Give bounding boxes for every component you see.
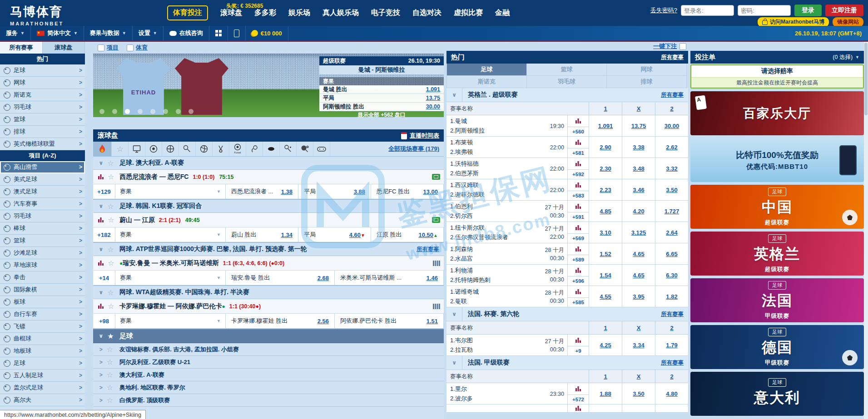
sidebar-item-bowls[interactable]: 草地滚球> [0, 259, 85, 271]
mobile-button[interactable] [228, 26, 246, 40]
odds-link[interactable]: 13.75 [426, 95, 440, 101]
league-section-header[interactable]: ∨ 法国. 甲级联赛 所有赛事 [446, 356, 688, 370]
star-icon[interactable]: ☆ [107, 396, 113, 404]
odds-x[interactable]: 3.38 [622, 137, 655, 158]
odds-2[interactable]: 3.32 [655, 158, 688, 179]
more-markets-link[interactable]: +592 [568, 169, 589, 179]
sidebar-item-basketball-az[interactable]: 篮球> [0, 235, 85, 247]
live-match-row[interactable]: ☆ ● 瑞安.鲁曼 — 米奥米.可斯马诺维斯 1:1 (6:3, 4:6, 6:… [93, 256, 444, 271]
stats-icon[interactable] [568, 137, 589, 148]
sidebar-item-alpine-skiing[interactable]: 高山滑雪> [0, 161, 85, 173]
sidebar-item-chess[interactable]: 国际象棋> [0, 284, 85, 296]
chevron-down-icon[interactable]: ▼ [855, 55, 859, 59]
sidebar-item-golf[interactable]: 高尔夫> [0, 394, 85, 406]
stats-icon[interactable] [98, 173, 104, 181]
all-live-events-link[interactable]: 全部现场赛事 (179) [388, 145, 439, 153]
outcome-cell[interactable]: 平局4.60▼ [298, 227, 371, 242]
stats-icon[interactable] [568, 115, 589, 127]
service-menu[interactable]: 服务▼ [0, 26, 31, 40]
odds-2[interactable]: 30.00 [655, 115, 688, 136]
odds-link[interactable]: 30.00 [426, 104, 440, 110]
tv-filter[interactable] [129, 142, 145, 156]
collapse-icon[interactable]: ∨ [452, 92, 456, 98]
star-icon[interactable]: ☆ [107, 345, 113, 354]
outcome-cell[interactable]: 米奥米.可斯马诺维斯 ...1.46 [335, 271, 444, 285]
odds-x[interactable]: 3.34 [622, 335, 655, 355]
league-section-header[interactable]: ∨ 英格兰 . 超级联赛 所有赛事 [446, 88, 688, 102]
sidebar-item-darts[interactable]: 飞镖> [0, 320, 85, 333]
carousel-dot[interactable] [112, 109, 117, 114]
projects-filter[interactable]: 项目 [98, 44, 119, 52]
star-icon[interactable]: ☆ [107, 202, 114, 211]
outcome-cell[interactable]: 卡罗琳娜.穆霍娃 胜出2.56 [226, 314, 335, 328]
collapse-icon[interactable]: ∨ [452, 360, 456, 366]
stats-icon[interactable] [568, 222, 589, 233]
col-x[interactable]: X [622, 321, 655, 334]
sidebar-item-football[interactable]: 足球> [0, 64, 85, 77]
stats-icon[interactable] [98, 259, 104, 267]
promo-bitcoin[interactable]: 比特币100%充值奖励 优惠代码:MBBT10 [690, 138, 864, 182]
odds-link[interactable]: 1.51 [427, 318, 438, 325]
nav-esports[interactable]: 电子竞技 [371, 8, 400, 18]
live-video-icon[interactable] [432, 217, 440, 223]
stats-icon[interactable] [568, 404, 589, 412]
col-1[interactable]: 1 [589, 102, 622, 115]
col-1[interactable]: 1 [589, 321, 622, 334]
nav-custom-bets[interactable]: 自选对决 [412, 8, 441, 18]
odds-1[interactable]: 3.10 [589, 222, 622, 243]
odds-x[interactable]: 3.46 [622, 179, 655, 200]
sidebar-item-volleyball[interactable]: 排球> [0, 126, 85, 138]
outcome-cell[interactable]: 瑞安.鲁曼 胜出2.68 [226, 271, 335, 285]
sidebar-item-cricket[interactable]: 板球> [0, 296, 85, 308]
odds-link[interactable]: 1.46 [427, 275, 438, 281]
sidebar-item-futsal[interactable]: 五人制足球> [0, 370, 85, 382]
star-icon[interactable]: ☆ [107, 159, 114, 168]
odds-2[interactable]: 3.50 [655, 179, 688, 200]
live-match-row[interactable]: ☆ 蔚山 — 江原 2:1 (2:1) 49:45 [93, 213, 444, 227]
outcome-cell[interactable]: 蔚山 胜出1.34 [226, 227, 298, 242]
sidebar-item-aussie-rules[interactable]: 澳式足球> [0, 186, 85, 198]
tab-football[interactable]: 足球 [447, 64, 527, 76]
nav-lottery[interactable]: 多多彩 [254, 8, 276, 18]
odds-1[interactable]: 1.52 [589, 243, 622, 264]
star-filled-icon[interactable]: ★ [107, 332, 114, 340]
odds-2[interactable]: 1.82 [655, 286, 688, 307]
odds-2[interactable]: 4.80 [655, 383, 688, 404]
odds-1[interactable]: 1.54 [589, 265, 622, 286]
all-events-link[interactable]: 所有赛事 [661, 91, 688, 99]
live-match-row[interactable]: ☆ 卡罗琳娜.穆霍娃 — 阿依娜.萨巴伦卡 ● 1:1 (30:40●) [93, 299, 444, 314]
star-icon[interactable]: ☆ [108, 259, 114, 267]
odds-link[interactable]: 2.56 [317, 318, 329, 325]
tab-basketball[interactable]: 篮球 [527, 64, 607, 76]
checkbox[interactable] [127, 44, 134, 51]
stats-icon[interactable] [98, 216, 104, 224]
odds-link[interactable]: 4.60 [349, 232, 361, 238]
collapse-icon[interactable]: ∨ [99, 289, 103, 296]
more-markets-link[interactable]: +581 [568, 148, 589, 158]
more-markets-link[interactable]: +591 [568, 212, 589, 222]
market-select[interactable]: 赛果▼ [115, 227, 226, 242]
star-icon[interactable]: ☆ [107, 370, 113, 379]
league-row[interactable]: >☆澳大利亚. A-联赛 [93, 369, 444, 381]
settings-menu[interactable]: 设置▼ [133, 26, 164, 40]
sidebar-item-american-football[interactable]: 美式足球> [0, 173, 85, 186]
more-markets-link[interactable]: +583 [568, 191, 589, 200]
odds-x[interactable]: 3.50 [622, 383, 655, 404]
more-markets-link[interactable]: +98 [93, 314, 115, 328]
sidebar-item-cycling[interactable]: 自行车赛> [0, 308, 85, 320]
vertical-scrollbar[interactable] [864, 42, 868, 419]
collapse-icon[interactable]: ∨ [99, 246, 103, 252]
collapse-icon[interactable]: ∨ [99, 203, 103, 209]
carousel-dot[interactable] [150, 109, 155, 114]
squash-filter[interactable] [280, 142, 297, 156]
expand-icon[interactable]: > [99, 397, 103, 404]
outcome-cell[interactable]: 江原 胜出10.50▲ [371, 227, 444, 242]
more-markets-link[interactable]: +9 [568, 346, 589, 355]
odds-link[interactable]: 1.091 [426, 86, 440, 93]
stats-icon[interactable] [568, 158, 589, 169]
nav-finance[interactable]: 金融 [495, 8, 510, 18]
more-markets-link[interactable]: +560 [568, 127, 589, 136]
market-select[interactable]: 赛果▼ [115, 271, 226, 285]
col-2[interactable]: 2 [655, 321, 688, 334]
live-chat-button[interactable]: 在线咨询 [164, 26, 209, 40]
